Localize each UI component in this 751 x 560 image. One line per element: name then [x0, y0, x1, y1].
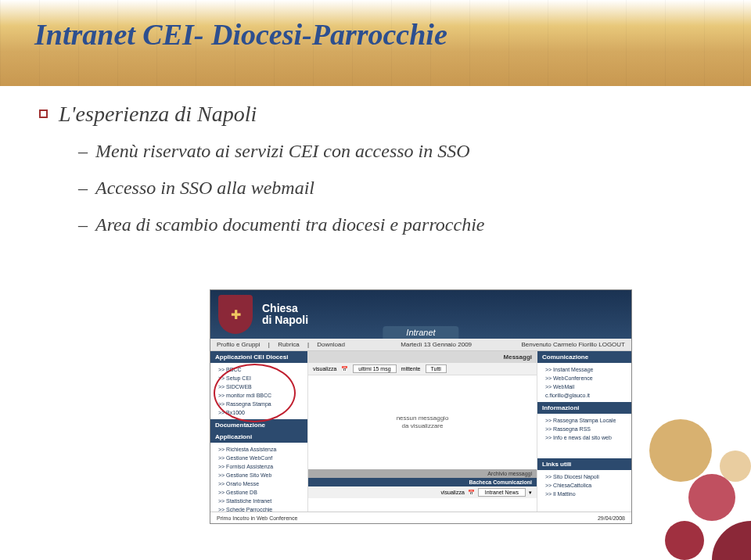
menu-item[interactable]: >> monitor mdi BBCC	[214, 391, 304, 400]
menu-item[interactable]: >> WebConference	[541, 374, 628, 382]
menu-item-email: c.fiorillo@glauco.it	[541, 391, 628, 400]
sub-bullet-1-text: Menù riservato ai servizi CEI con access…	[95, 141, 470, 162]
menu-item[interactable]: >> Gestione DB	[214, 488, 304, 497]
filter-bar: visualizza 📅 ultimi 15 msg mittente Tutt…	[308, 363, 537, 375]
section-documentazione: Documentazione	[210, 419, 307, 431]
right-column: Comunicazione >> Instant Message >> WebC…	[537, 351, 631, 512]
crest-icon: ✚	[218, 295, 253, 334]
decor-circles	[626, 404, 751, 560]
menu-cei: >> BBCC >> Setup CEI >> SIDCWEB >> monit…	[210, 363, 307, 419]
mid-column: Messaggi visualizza 📅 ultimi 15 msg mitt…	[308, 351, 537, 512]
menu-item[interactable]: >> Schede Parrocchie	[214, 505, 304, 514]
menu-item[interactable]: >> ChiesaCattolica	[541, 481, 628, 490]
menu-item[interactable]: >> Info e news dal sito web	[541, 433, 628, 442]
archivio-bar[interactable]: Archivio messaggi	[308, 469, 537, 478]
messaggi-label: Messaggi	[504, 354, 532, 361]
dash-marker: –	[78, 178, 88, 199]
nav-logout[interactable]: LOGOUT	[598, 341, 625, 348]
menu-item[interactable]: >> SIDCWEB	[214, 382, 304, 391]
intranet-label: Intranet	[383, 326, 458, 339]
visualizza-label-2: visualizza	[440, 490, 464, 495]
menu-item[interactable]: >> BBCC	[214, 365, 304, 374]
menu-item[interactable]: >> Statistiche Intranet	[214, 497, 304, 505]
bullet-marker	[39, 109, 48, 118]
nav-right: Benvenuto Carmelo Fiorillo LOGOUT	[521, 341, 625, 348]
chevron-down-icon[interactable]: ▾	[529, 490, 532, 496]
menu-item[interactable]: >> Il Mattino	[541, 490, 628, 498]
menu-item[interactable]: >> Sito Diocesi Napoli	[541, 472, 628, 481]
nav-download[interactable]: Download	[317, 341, 345, 348]
visualizza-label: visualizza	[313, 366, 336, 372]
no-msg-line1: nessun messaggio	[397, 415, 449, 422]
menu-item[interactable]: >> Richiesta Assistenza	[214, 445, 304, 454]
menu-item[interactable]: >> Gestione WebConf	[214, 454, 304, 462]
sub-bullet-1: – Menù riservato ai servizi CEI con acce…	[78, 141, 712, 162]
menu-item[interactable]: >> Rassegna Stampa Locale	[541, 416, 628, 425]
section-messaggi: Messaggi	[308, 351, 537, 363]
nav-welcome: Benvenuto Carmelo Fiorillo	[521, 341, 597, 348]
filter-intranet-news[interactable]: Intranet News	[478, 488, 526, 497]
menu-item[interactable]: >> Orario Messe	[214, 479, 304, 488]
nav-bar: Profilo e Gruppi | Rubrica | Download Ma…	[210, 339, 631, 351]
decor-circle	[649, 419, 712, 482]
sub-bullet-3-text: Area di scambio documenti tra diocesi e …	[95, 214, 484, 235]
menu-info: >> Rassegna Stampa Locale >> Rassegna RS…	[537, 414, 631, 444]
section-comunicazione: Comunicazione	[537, 351, 631, 363]
link-icon	[582, 405, 588, 411]
nav-rubrica[interactable]: Rubrica	[278, 341, 300, 348]
main-bullet-text: L'esperienza di Napoli	[59, 102, 257, 127]
header-brand: Chiesa di Napoli	[262, 303, 308, 327]
dash-marker: –	[78, 214, 88, 235]
menu-item[interactable]: >> WebMail	[541, 382, 628, 391]
menu-item[interactable]: >> Fornisci Assistenza	[214, 462, 304, 471]
main-row: Applicazioni CEI Diocesi >> BBCC >> Setu…	[210, 351, 631, 512]
menu-item[interactable]: >> Instant Message	[541, 365, 628, 374]
intranet-screenshot: ✚ Chiesa di Napoli Intranet Profilo e Gr…	[210, 289, 632, 524]
filter-tutti[interactable]: Tutti	[426, 364, 447, 373]
mittente-label: mittente	[401, 366, 421, 372]
section-applicazioni: Applicazioni	[210, 431, 307, 443]
menu-item[interactable]: >> Rassegna Stampa	[214, 400, 304, 408]
brand-line1: Chiesa	[262, 303, 308, 314]
decor-circle	[712, 521, 751, 560]
decor-circle	[665, 521, 704, 560]
section-links: Links utili	[537, 458, 631, 470]
section-informazioni: Informazioni	[537, 402, 631, 414]
nav-profilo[interactable]: Profilo e Gruppi	[217, 341, 261, 348]
menu-app: >> Richiesta Assistenza >> Gestione WebC…	[210, 443, 307, 516]
footer-right: 29/04/2008	[598, 515, 625, 521]
dash-marker: –	[78, 141, 88, 162]
link-icon	[573, 461, 579, 467]
slide-title: Intranet CEI- Diocesi-Parrocchie	[34, 17, 447, 52]
menu-item[interactable]: >> Gestione Sito Web	[214, 471, 304, 479]
sub-bullet-2: – Accesso in SSO alla webmail	[78, 178, 712, 199]
link-icon	[591, 354, 596, 360]
decor-circle	[688, 474, 735, 521]
menu-item[interactable]: >> Setup CEI	[214, 374, 304, 382]
sub-bullet-3: – Area di scambio documenti tra diocesi …	[78, 214, 712, 235]
calendar-icon[interactable]: 📅	[341, 366, 348, 372]
no-msg-line2: da visualizzare	[397, 422, 449, 430]
main-bullet: L'esperienza di Napoli	[39, 102, 712, 127]
nav-date: Martedì 13 Gennaio 2009	[401, 341, 472, 348]
slide-content: L'esperienza di Napoli – Menù riservato …	[39, 102, 712, 251]
sub-bullet-2-text: Accesso in SSO alla webmail	[95, 178, 314, 199]
bacheca-filter: visualizza 📅 Intranet News ▾	[308, 486, 537, 498]
no-messages: nessun messaggio da visualizzare	[308, 375, 537, 469]
footer-left[interactable]: Primo Incotro in Web Conference	[217, 515, 297, 521]
menu-links: >> Sito Diocesi Napoli >> ChiesaCattolic…	[537, 470, 631, 501]
nav-left: Profilo e Gruppi | Rubrica | Download	[217, 341, 351, 348]
filter-ultimi[interactable]: ultimi 15 msg	[353, 364, 396, 373]
menu-item[interactable]: >> Rassegna RSS	[541, 425, 628, 433]
menu-com: >> Instant Message >> WebConference >> W…	[537, 363, 631, 402]
calendar-icon[interactable]: 📅	[468, 490, 475, 496]
section-applicazioni-cei: Applicazioni CEI Diocesi	[210, 351, 307, 363]
bacheca-bar: Bacheca Comunicazioni	[308, 478, 537, 486]
menu-item[interactable]: >> Bx1000	[214, 408, 304, 417]
intranet-header: ✚ Chiesa di Napoli Intranet	[210, 290, 631, 339]
left-column: Applicazioni CEI Diocesi >> BBCC >> Setu…	[210, 351, 308, 512]
brand-line2: di Napoli	[262, 314, 308, 326]
